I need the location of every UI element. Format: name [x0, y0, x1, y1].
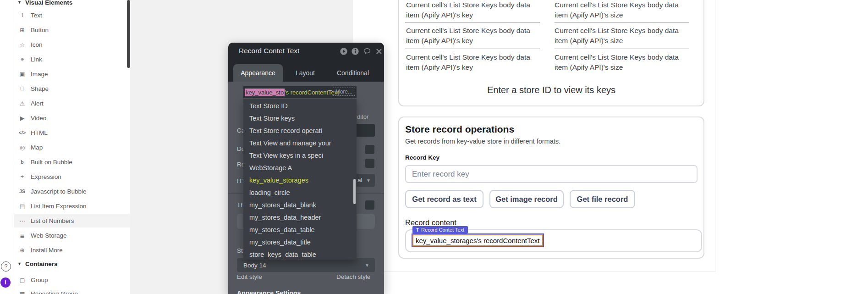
text-element-icon: T [416, 227, 419, 233]
sidebar-item-install-more[interactable]: ⊕Install More [14, 244, 130, 256]
assistant-chat-icon[interactable]: i [0, 277, 11, 288]
dropdown-scrollbar[interactable] [353, 179, 356, 204]
card-subtitle: Get records from key-value store in diff… [405, 138, 560, 145]
store-size-cell: Current cell's List Store Keys body data… [555, 0, 692, 20]
record-key-label: Record Key [405, 154, 439, 161]
checkbox[interactable] [365, 145, 374, 154]
checkbox[interactable] [365, 159, 374, 168]
selected-text-element[interactable]: key_value_storages's recordContentText [412, 234, 543, 246]
empty-state-hint: Enter a store ID to view its keys [399, 85, 703, 95]
button-icon: ⊞ [18, 27, 26, 33]
video-icon: ▶ [18, 115, 26, 122]
property-editor-title: Record Contet Text [239, 47, 299, 55]
dropdown-option[interactable]: my_stores_data_blank [243, 199, 357, 211]
detach-style-link[interactable]: Detach style [336, 273, 370, 280]
sidebar-item-web-storage[interactable]: ≣Web Storage [14, 229, 130, 242]
row-divider [405, 49, 540, 49]
clipboard-icon: ▤ [18, 203, 26, 210]
shape-icon: □ [18, 85, 26, 92]
text-icon: T [18, 12, 26, 18]
chevron-down-icon: ▼ [365, 263, 369, 268]
record-key-input[interactable] [405, 165, 698, 183]
dropdown-option[interactable]: Text View keys in a speci [243, 149, 357, 161]
sidebar-item-link[interactable]: ⚭Link [14, 53, 130, 66]
sidebar-item-html[interactable]: </>HTML [14, 126, 130, 139]
store-key-cell: Current cell's List Store Keys body data… [406, 0, 542, 20]
card-title: Store record operations [405, 124, 514, 135]
info-icon[interactable] [351, 47, 359, 55]
store-key-cell: Current cell's List Store Keys body data… [406, 26, 542, 46]
get-image-record-button[interactable]: Get image record [489, 190, 564, 208]
tab-layout[interactable]: Layout [287, 64, 324, 82]
row-divider [405, 22, 540, 22]
expression-text[interactable]: 's recordContentText [285, 89, 339, 96]
sidebar-item-icon[interactable]: ☆Icon [14, 38, 130, 51]
chevron-down-icon: ▼ [366, 178, 371, 183]
sidebar-item-list-of-numbers[interactable]: ⋯List of Numbers [14, 214, 130, 227]
autocomplete-dropdown: Text Store ID Text Store keys Text Store… [243, 99, 357, 260]
help-icon[interactable]: ? [1, 261, 11, 272]
checkbox[interactable] [365, 200, 374, 210]
code-icon: </> [18, 130, 26, 135]
dropdown-option[interactable]: my_stores_data_table [243, 223, 357, 236]
store-keys-card: Current cell's List Store Keys body data… [398, 0, 704, 106]
circle-plus-icon: ⊕ [18, 247, 26, 254]
warning-icon: ⚠ [18, 100, 26, 107]
bubble-logo-icon: b [18, 159, 26, 165]
sidebar-item-shape[interactable]: □Shape [14, 82, 130, 95]
style-select[interactable]: Body 14 ▼ [237, 258, 375, 272]
storage-icon: ≣ [18, 232, 26, 239]
edit-style-link[interactable]: Edit style [237, 273, 262, 280]
tab-conditional[interactable]: Conditional [332, 64, 374, 82]
plus-icon: + [18, 173, 26, 180]
dropdown-option[interactable]: WebStorage A [243, 161, 357, 174]
sidebar-item-group[interactable]: ▢Group [14, 273, 130, 286]
dropdown-option-highlighted[interactable]: key_value_storages [243, 174, 357, 186]
field-select-value: al [357, 177, 363, 183]
expression-more-button[interactable]: More... [333, 88, 355, 96]
store-key-cell: Current cell's List Store Keys body data… [406, 52, 542, 72]
star-icon: ☆ [18, 41, 26, 48]
section-header-visual-elements[interactable]: ▼ Visual Elements [14, 0, 130, 7]
store-size-cell: Current cell's List Store Keys body data… [555, 26, 692, 46]
js-icon: JS [18, 189, 26, 194]
sidebar-item-image[interactable]: ▣Image [14, 67, 130, 80]
preview-play-icon[interactable] [340, 47, 348, 55]
dropdown-option[interactable]: Text Store record operati [243, 124, 357, 137]
appearance-settings-header: Appearance Settings [237, 289, 301, 294]
sidebar-item-map[interactable]: ◎Map [14, 141, 130, 154]
dropdown-option[interactable]: loading_circle [243, 186, 357, 199]
selected-element-tag: T Record Contet Text [412, 226, 468, 233]
sidebar-item-javascript-to-bubble[interactable]: JSJavascript to Bubble [14, 185, 130, 198]
link-icon: ⚭ [18, 56, 26, 63]
bubble-editor: ? i ▼ Visual Elements TText ⊞Button ☆Ico… [0, 0, 868, 294]
sidebar-item-alert[interactable]: ⚠Alert [14, 97, 130, 110]
get-record-as-text-button[interactable]: Get record as text [405, 190, 483, 208]
sidebar-item-list-item-expression[interactable]: ▤List Item Expression [14, 200, 130, 212]
get-file-record-button[interactable]: Get file record [570, 190, 635, 208]
sidebar-item-repeating-group[interactable]: ▦Repeating Group [14, 287, 130, 294]
store-size-cell: Current cell's List Store Keys body data… [555, 52, 692, 72]
expression-selected-text[interactable]: key_value_sto [245, 89, 285, 96]
sidebar-item-text[interactable]: TText [14, 9, 130, 22]
dropdown-option[interactable]: my_stores_data_title [243, 236, 357, 248]
dropdown-option[interactable]: Text View and manage your [243, 137, 357, 149]
dropdown-option[interactable]: Text Store keys [243, 112, 357, 124]
caret-down-icon: ▼ [17, 0, 22, 5]
group-icon: ▢ [18, 277, 26, 283]
dropdown-option[interactable]: my_stores_data_header [243, 211, 357, 223]
row-divider [555, 49, 689, 49]
comment-icon[interactable] [363, 47, 371, 55]
sidebar-item-button[interactable]: ⊞Button [14, 23, 130, 36]
close-icon[interactable] [375, 47, 383, 55]
dropdown-option[interactable]: store_keys_data_table [243, 248, 357, 260]
dropdown-option[interactable]: Text Store ID [243, 100, 357, 112]
sidebar-item-built-on-bubble[interactable]: bBuilt on Bubble [14, 155, 130, 168]
repeating-group-icon: ▦ [18, 290, 26, 294]
dynamic-expression-input[interactable]: key_value_sto 's recordContentText More.… [243, 86, 357, 98]
sidebar-item-expression[interactable]: +Expression [14, 170, 130, 183]
sidebar-item-video[interactable]: ▶Video [14, 111, 130, 124]
section-header-containers[interactable]: ▼ Containers [14, 259, 130, 269]
tab-appearance[interactable]: Appearance [233, 64, 283, 82]
row-divider [555, 22, 689, 22]
